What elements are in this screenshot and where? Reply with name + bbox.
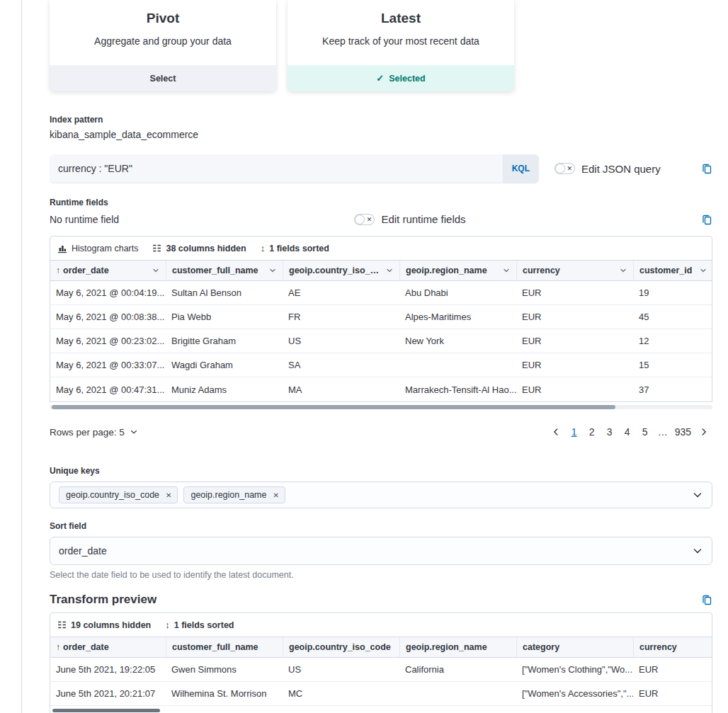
copy-runtime-icon[interactable] xyxy=(701,214,712,225)
column-actions-icon[interactable] xyxy=(502,266,511,275)
table-cell[interactable]: ["Women's Accessories","... xyxy=(516,682,633,705)
column-actions-icon[interactable] xyxy=(268,266,277,275)
chevron-down-icon[interactable] xyxy=(692,489,703,501)
table-cell[interactable]: EUR xyxy=(633,658,713,681)
copy-preview-icon[interactable] xyxy=(701,594,712,605)
table-cell[interactable] xyxy=(399,353,516,377)
table-cell[interactable]: EUR xyxy=(516,281,633,304)
kql-language-button[interactable]: KQL xyxy=(503,154,539,183)
table-cell[interactable] xyxy=(399,682,516,705)
table-cell[interactable]: Brigitte Graham xyxy=(166,329,283,353)
table-cell[interactable]: California xyxy=(399,658,516,681)
table-cell[interactable]: EUR xyxy=(516,353,633,377)
edit-json-query-toggle[interactable]: ✕ xyxy=(554,163,575,174)
remove-pill-icon[interactable]: ✕ xyxy=(271,491,280,500)
column-actions-icon[interactable] xyxy=(619,266,627,275)
remove-pill-icon[interactable]: ✕ xyxy=(164,491,174,500)
page-number-button[interactable]: 4 xyxy=(620,425,635,439)
table-cell[interactable]: Marrakech-Tensift-Al Hao... xyxy=(399,377,516,401)
columns-hidden-button[interactable]: 38 columns hidden xyxy=(152,244,246,253)
table-cell[interactable]: May 6, 2021 @ 00:33:07... xyxy=(50,353,166,377)
table-cell[interactable]: FR xyxy=(283,305,399,329)
table-cell[interactable]: May 6, 2021 @ 00:08:38... xyxy=(50,305,166,329)
horizontal-scrollbar[interactable] xyxy=(52,405,615,409)
query-input[interactable]: currency : "EUR" KQL xyxy=(50,154,539,183)
column-header[interactable]: ↑order_date xyxy=(50,261,166,280)
column-actions-icon[interactable] xyxy=(699,266,707,275)
table-cell[interactable]: Abu Dhabi xyxy=(399,706,516,713)
table-cell[interactable]: Sultan Al Benson xyxy=(166,281,283,304)
table-cell[interactable]: MA xyxy=(283,377,399,401)
chevron-down-icon[interactable] xyxy=(692,545,703,557)
column-header[interactable]: customer_full_name xyxy=(166,637,283,657)
column-header[interactable]: category xyxy=(516,637,633,657)
column-header[interactable]: geoip.country_iso_co... xyxy=(283,261,399,280)
table-cell[interactable]: May 6, 2021 @ 00:04:19... xyxy=(50,281,166,304)
table-cell[interactable]: AE xyxy=(283,706,399,713)
table-cell[interactable]: EUR xyxy=(516,377,633,401)
table-cell[interactable]: Wagdi Graham xyxy=(166,353,283,377)
latest-selected-button[interactable]: ✓ Selected xyxy=(288,65,514,91)
table-cell[interactable]: Gwen Simmons xyxy=(166,658,283,681)
unique-keys-combobox[interactable]: geoip.country_iso_code✕geoip.region_name… xyxy=(50,481,712,508)
next-page-button[interactable] xyxy=(695,426,712,438)
table-cell[interactable]: Pia Webb xyxy=(166,305,283,329)
copy-query-icon[interactable] xyxy=(701,163,712,174)
table-cell[interactable]: 19 xyxy=(633,281,713,304)
table-cell[interactable]: Muniz Adams xyxy=(166,377,283,401)
fields-sorted-button[interactable]: ↕ 1 fields sorted xyxy=(165,620,234,630)
column-header[interactable]: currency xyxy=(633,637,713,657)
column-header[interactable]: geoip.region_name xyxy=(399,261,516,280)
table-cell[interactable]: US xyxy=(283,329,399,353)
edit-runtime-fields-toggle[interactable]: ✕ xyxy=(354,214,375,225)
column-header[interactable]: geoip.country_iso_code xyxy=(283,637,399,657)
table-cell[interactable]: MC xyxy=(283,682,399,705)
page-number-button[interactable]: 3 xyxy=(602,425,618,439)
table-cell[interactable]: EUR xyxy=(516,305,633,329)
previous-page-button[interactable] xyxy=(547,426,564,438)
table-cell[interactable]: EUR xyxy=(516,329,633,353)
fields-sorted-button[interactable]: ↕ 1 fields sorted xyxy=(261,243,329,253)
table-cell[interactable]: Sultan Al Moran xyxy=(166,706,283,713)
page-number-button[interactable]: 5 xyxy=(637,425,653,439)
pivot-card[interactable]: Pivot Aggregate and group your data Sele… xyxy=(50,0,276,91)
table-cell[interactable]: 45 xyxy=(633,305,713,329)
table-cell[interactable]: Alpes-Maritimes xyxy=(399,305,516,329)
table-cell[interactable]: 37 xyxy=(633,377,713,401)
table-cell[interactable]: EUR xyxy=(633,682,713,705)
table-cell[interactable]: SA xyxy=(283,353,399,377)
unique-key-pill[interactable]: geoip.country_iso_code✕ xyxy=(59,486,178,503)
table-cell[interactable]: ["Men's Shoes","Men's Cl... xyxy=(516,706,633,713)
histogram-charts-button[interactable]: Histogram charts xyxy=(57,244,138,253)
preview-horizontal-scrollbar[interactable] xyxy=(52,709,160,712)
column-header[interactable]: geoip.region_name xyxy=(399,637,516,657)
column-header[interactable]: customer_full_name xyxy=(166,261,283,280)
page-number-button[interactable]: 935 xyxy=(673,425,693,439)
column-header[interactable]: currency xyxy=(516,261,633,280)
page-number-button[interactable]: 2 xyxy=(584,425,600,439)
table-cell[interactable]: US xyxy=(283,658,399,681)
table-cell[interactable]: EUR xyxy=(633,706,713,713)
rows-per-page-button[interactable]: Rows per page: 5 xyxy=(50,427,138,438)
table-cell[interactable]: AE xyxy=(283,281,399,304)
unique-key-pill[interactable]: geoip.region_name✕ xyxy=(183,486,285,503)
table-cell[interactable]: May 6, 2021 @ 00:47:31... xyxy=(50,377,166,401)
table-cell[interactable]: June 5th 2021, 20:21:07 xyxy=(50,682,166,705)
column-actions-icon[interactable] xyxy=(385,266,394,275)
latest-card[interactable]: Latest Keep track of your most recent da… xyxy=(288,0,514,91)
table-cell[interactable]: Wilhemina St. Morrison xyxy=(166,682,283,705)
table-cell[interactable]: Abu Dhabi xyxy=(399,281,516,304)
table-cell[interactable]: 15 xyxy=(633,353,713,377)
pivot-select-button[interactable]: Select xyxy=(50,65,276,91)
column-header[interactable]: ↑order_date xyxy=(50,637,166,657)
table-cell[interactable]: ["Women's Clothing","Wo... xyxy=(516,658,633,681)
column-header[interactable]: customer_id xyxy=(633,261,713,280)
sort-field-select[interactable]: order_date xyxy=(50,537,712,565)
table-cell[interactable]: May 6, 2021 @ 00:23:02... xyxy=(50,329,166,353)
table-cell[interactable]: New York xyxy=(399,329,516,353)
column-actions-icon[interactable] xyxy=(152,266,160,275)
table-cell[interactable]: 12 xyxy=(633,329,713,353)
page-number-button[interactable]: 1 xyxy=(567,425,582,439)
table-cell[interactable]: June 5th 2021, 19:22:05 xyxy=(50,658,166,681)
columns-hidden-button[interactable]: 19 columns hidden xyxy=(57,620,151,630)
